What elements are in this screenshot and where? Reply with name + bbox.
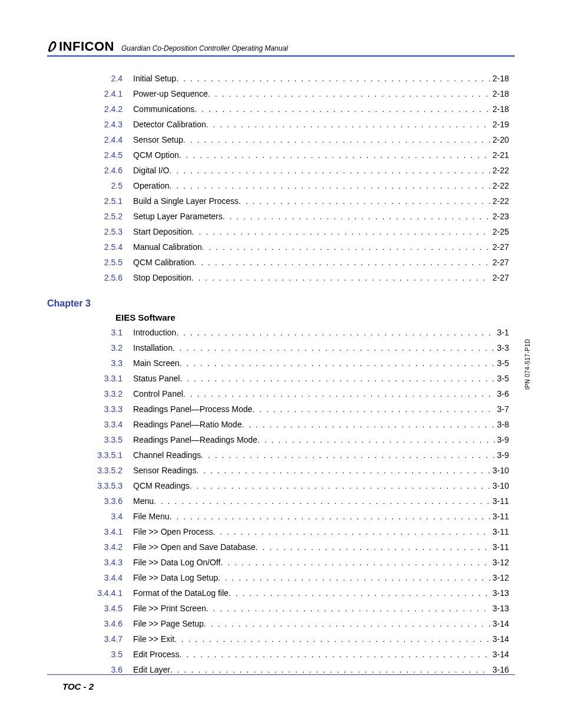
toc-section-number[interactable]: 2.5	[65, 178, 133, 193]
toc-row[interactable]: 2.4.5QCM Option2-21	[65, 147, 509, 163]
toc-section-number[interactable]: 3.4.6	[65, 616, 133, 631]
toc-section-number[interactable]: 3.1	[65, 325, 133, 340]
toc-section-number[interactable]: 3.3.6	[65, 493, 133, 509]
toc-page-ref[interactable]: 2-22	[490, 163, 509, 178]
toc-row[interactable]: 3.4.4.1Format of the DataLog file3-13	[65, 585, 509, 601]
toc-entry-title[interactable]: QCM Calibration	[133, 255, 194, 270]
toc-section-number[interactable]: 2.5.6	[65, 270, 133, 285]
toc-row[interactable]: 3.2Installation3-3	[65, 340, 509, 355]
toc-row[interactable]: 3.3.4Readings Panel—Ratio Mode3-8	[65, 417, 509, 432]
toc-entry-title[interactable]: Format of the DataLog file	[133, 585, 229, 601]
toc-row[interactable]: 2.5.4Manual Calibration2-27	[65, 239, 509, 255]
toc-row[interactable]: 2.4.3Detector Calibration2-19	[65, 117, 509, 132]
toc-row[interactable]: 3.3.5.3QCM Readings3-10	[65, 478, 509, 493]
toc-page-ref[interactable]: 3-5	[495, 355, 509, 371]
toc-row[interactable]: 2.5Operation2-22	[65, 178, 509, 193]
toc-section-number[interactable]: 2.4.4	[65, 132, 133, 147]
toc-section-number[interactable]: 3.4.7	[65, 631, 133, 647]
toc-page-ref[interactable]: 3-1	[495, 325, 509, 340]
toc-page-ref[interactable]: 2-18	[490, 101, 509, 117]
toc-entry-title[interactable]: Communications	[133, 101, 194, 117]
toc-entry-title[interactable]: Edit Process	[133, 647, 180, 662]
toc-row[interactable]: 2.4.2Communications2-18	[65, 101, 509, 117]
toc-section-number[interactable]: 3.3	[65, 355, 133, 371]
toc-row[interactable]: 3.3.3Readings Panel—Process Mode3-7	[65, 401, 509, 417]
toc-section-number[interactable]: 2.5.2	[65, 209, 133, 224]
toc-section-number[interactable]: 3.2	[65, 340, 133, 355]
toc-row[interactable]: 3.3.2Control Panel3-6	[65, 386, 509, 401]
toc-entry-title[interactable]: Build a Single Layer Process	[133, 193, 239, 209]
toc-row[interactable]: 3.3.5.1Channel Readings3-9	[65, 447, 509, 463]
toc-page-ref[interactable]: 3-11	[490, 539, 509, 555]
toc-page-ref[interactable]: 2-22	[490, 193, 509, 209]
toc-section-number[interactable]: 3.6	[65, 662, 133, 677]
toc-section-number[interactable]: 2.4.5	[65, 147, 133, 163]
toc-section-number[interactable]: 2.5.1	[65, 193, 133, 209]
toc-page-ref[interactable]: 2-20	[490, 132, 509, 147]
toc-page-ref[interactable]: 3-13	[490, 585, 509, 601]
toc-entry-title[interactable]: Readings Panel—Ratio Mode	[133, 417, 242, 432]
toc-entry-title[interactable]: Status Panel	[133, 371, 180, 386]
toc-row[interactable]: 2.4.1Power-up Sequence2-18	[65, 86, 509, 101]
toc-entry-title[interactable]: Menu	[133, 493, 154, 509]
toc-row[interactable]: 2.5.5QCM Calibration2-27	[65, 255, 509, 270]
toc-section-number[interactable]: 2.4.6	[65, 163, 133, 178]
toc-page-ref[interactable]: 3-3	[495, 340, 509, 355]
toc-page-ref[interactable]: 2-18	[490, 86, 509, 101]
toc-page-ref[interactable]: 3-12	[490, 555, 509, 570]
toc-entry-title[interactable]: File >> Data Log Setup	[133, 570, 218, 585]
toc-page-ref[interactable]: 3-10	[490, 463, 509, 478]
toc-entry-title[interactable]: Installation	[133, 340, 173, 355]
toc-entry-title[interactable]: Power-up Sequence	[133, 86, 208, 101]
toc-row[interactable]: 3.3.1Status Panel3-5	[65, 371, 509, 386]
toc-row[interactable]: 3.4.5File >> Print Screen3-13	[65, 601, 509, 616]
toc-entry-title[interactable]: Main Screen	[133, 355, 180, 371]
toc-entry-title[interactable]: Operation	[133, 178, 169, 193]
toc-page-ref[interactable]: 2-23	[490, 209, 509, 224]
toc-entry-title[interactable]: File >> Data Log On/Off	[133, 555, 220, 570]
toc-page-ref[interactable]: 2-18	[490, 71, 509, 86]
toc-section-number[interactable]: 3.4.5	[65, 601, 133, 616]
toc-page-ref[interactable]: 3-14	[490, 647, 509, 662]
toc-page-ref[interactable]: 3-11	[490, 524, 509, 539]
toc-page-ref[interactable]: 3-6	[495, 386, 509, 401]
toc-section-number[interactable]: 2.5.4	[65, 239, 133, 255]
toc-page-ref[interactable]: 3-7	[495, 401, 509, 417]
toc-section-number[interactable]: 3.4.2	[65, 539, 133, 555]
toc-row[interactable]: 3.4.6File >> Page Setup3-14	[65, 616, 509, 631]
toc-row[interactable]: 3.3.5Readings Panel—Readings Mode3-9	[65, 432, 509, 447]
toc-row[interactable]: 3.4.1File >> Open Process3-11	[65, 524, 509, 539]
toc-entry-title[interactable]: File >> Open and Save Database	[133, 539, 256, 555]
toc-row[interactable]: 3.3.6Menu3-11	[65, 493, 509, 509]
toc-row[interactable]: 3.1Introduction3-1	[65, 325, 509, 340]
toc-section-number[interactable]: 3.4	[65, 509, 133, 524]
toc-row[interactable]: 3.4.7File >> Exit3-14	[65, 631, 509, 647]
toc-entry-title[interactable]: Setup Layer Parameters	[133, 209, 223, 224]
toc-entry-title[interactable]: Digital I/O	[133, 163, 169, 178]
toc-entry-title[interactable]: Introduction	[133, 325, 176, 340]
toc-section-number[interactable]: 2.4.3	[65, 117, 133, 132]
toc-entry-title[interactable]: Readings Panel—Readings Mode	[133, 432, 257, 447]
toc-entry-title[interactable]: Sensor Readings	[133, 463, 196, 478]
toc-entry-title[interactable]: Manual Calibration	[133, 239, 202, 255]
toc-row[interactable]: 2.4Initial Setup2-18	[65, 71, 509, 86]
toc-row[interactable]: 3.3Main Screen3-5	[65, 355, 509, 371]
toc-row[interactable]: 2.5.2Setup Layer Parameters2-23	[65, 209, 509, 224]
toc-row[interactable]: 3.4File Menu3-11	[65, 509, 509, 524]
toc-page-ref[interactable]: 3-16	[490, 662, 509, 677]
toc-entry-title[interactable]: File Menu	[133, 509, 169, 524]
chapter-label[interactable]: Chapter 3	[47, 298, 515, 309]
toc-row[interactable]: 2.4.4Sensor Setup2-20	[65, 132, 509, 147]
toc-section-number[interactable]: 3.3.5.2	[65, 463, 133, 478]
toc-page-ref[interactable]: 2-22	[490, 178, 509, 193]
toc-page-ref[interactable]: 3-14	[490, 616, 509, 631]
toc-entry-title[interactable]: File >> Page Setup	[133, 616, 204, 631]
toc-row[interactable]: 2.4.6Digital I/O2-22	[65, 163, 509, 178]
toc-page-ref[interactable]: 3-14	[490, 631, 509, 647]
toc-row[interactable]: 3.4.2File >> Open and Save Database3-11	[65, 539, 509, 555]
toc-entry-title[interactable]: Readings Panel—Process Mode	[133, 401, 252, 417]
toc-page-ref[interactable]: 2-21	[490, 147, 509, 163]
toc-section-number[interactable]: 3.3.4	[65, 417, 133, 432]
toc-page-ref[interactable]: 2-27	[490, 239, 509, 255]
toc-entry-title[interactable]: File >> Exit	[133, 631, 174, 647]
